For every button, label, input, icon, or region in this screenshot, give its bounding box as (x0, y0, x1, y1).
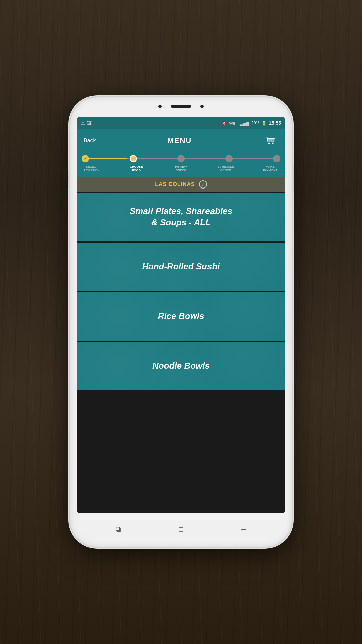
svg-point-1 (268, 143, 270, 144)
step-dot-5 (273, 155, 280, 162)
menu-item-label-sushi: Hand-Rolled Sushi (132, 256, 230, 278)
step-label-3: REVIEWORDER (171, 165, 191, 172)
step-label-5: MAKEPAYMENT (260, 165, 280, 172)
bottom-nav (77, 516, 285, 542)
clock: 15:55 (269, 120, 281, 126)
menu-item-label-rice-bowls: Rice Bowls (148, 305, 215, 327)
step-dot-2 (130, 155, 137, 162)
location-name: LAS COLINAS (155, 181, 195, 187)
step-dot-1: ✓ (82, 155, 89, 162)
status-left-icons: ⚠ 🖼 (81, 121, 92, 126)
step-dot-3 (177, 155, 185, 162)
menu-list: Small Plates, Shareables& Soups - ALL Ha… (77, 192, 285, 513)
image-icon: 🖼 (87, 121, 92, 126)
phone-screen: ⚠ 🖼 🔇 WiFi ▂▄▆ 20% 🔋 15:55 Back MENU (77, 117, 285, 513)
home-button[interactable] (174, 523, 188, 536)
info-button[interactable]: i (199, 180, 207, 189)
back-nav-button[interactable] (237, 523, 250, 536)
status-bar: ⚠ 🖼 🔇 WiFi ▂▄▆ 20% 🔋 15:55 (77, 117, 285, 129)
menu-item-label-noodle-bowls: Noodle Bowls (142, 355, 220, 377)
phone-device: ⚠ 🖼 🔇 WiFi ▂▄▆ 20% 🔋 15:55 Back MENU (70, 97, 292, 547)
location-bar: LAS COLINAS i (77, 177, 285, 192)
step-label-4: SCHEDULEORDER (216, 165, 236, 172)
mute-icon: 🔇 (222, 121, 227, 126)
battery-level: 20% (251, 121, 259, 125)
progress-stepper: ✓ SELECTLOCATION CHOOSEFOOD REVIEWORDER … (77, 152, 285, 177)
check-icon-1: ✓ (84, 156, 87, 161)
phone-top-sensors (158, 105, 204, 108)
wifi-icon: WiFi (229, 121, 238, 126)
stepper-track: ✓ (82, 155, 280, 162)
step-dot-4 (225, 155, 233, 162)
status-right-icons: 🔇 WiFi ▂▄▆ 20% 🔋 15:55 (222, 120, 281, 126)
menu-item-rice-bowls[interactable]: Rice Bowls (77, 292, 285, 341)
earpiece (171, 105, 191, 108)
front-camera (158, 105, 162, 108)
cart-icon (265, 135, 276, 146)
menu-item-sushi[interactable]: Hand-Rolled Sushi (77, 243, 285, 291)
step-label-2: CHOOSEFOOD (126, 165, 146, 172)
cart-button[interactable] (263, 133, 278, 148)
stepper-labels: SELECTLOCATION CHOOSEFOOD REVIEWORDER SC… (82, 165, 280, 172)
menu-item-small-plates[interactable]: Small Plates, Shareables& Soups - ALL (77, 193, 285, 241)
header-title: MENU (167, 136, 192, 145)
recent-apps-button[interactable] (112, 523, 125, 536)
volume-button (68, 171, 70, 188)
svg-point-2 (272, 143, 273, 144)
battery-icon: 🔋 (261, 121, 267, 126)
power-button (292, 164, 294, 191)
menu-item-noodle-bowls[interactable]: Noodle Bowls (77, 342, 285, 390)
app-header: Back MENU (77, 129, 285, 152)
menu-item-label-small-plates: Small Plates, Shareables& Soups - ALL (120, 200, 242, 234)
warning-icon: ⚠ (81, 121, 85, 126)
back-button[interactable]: Back (84, 138, 96, 144)
signal-icon: ▂▄▆ (240, 121, 249, 126)
sensor (200, 105, 204, 108)
step-label-1: SELECTLOCATION (82, 165, 102, 172)
